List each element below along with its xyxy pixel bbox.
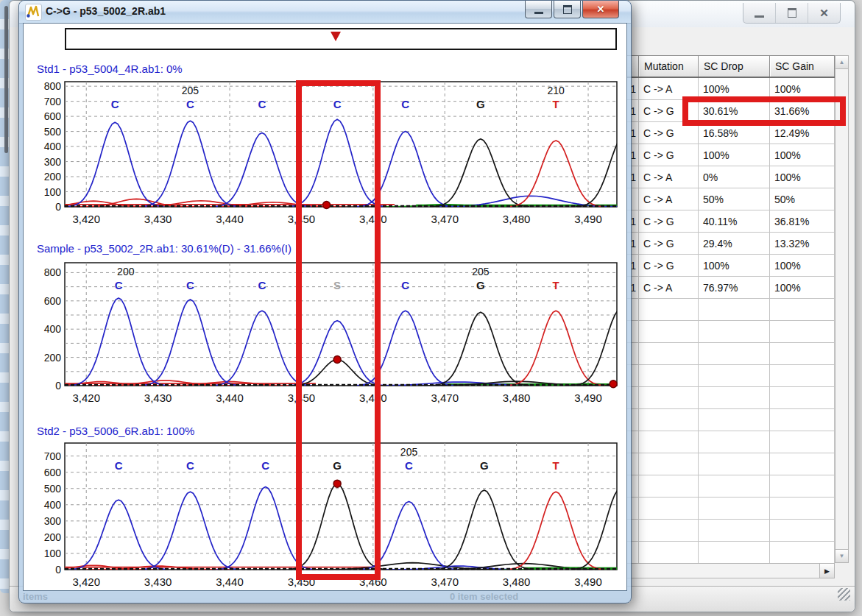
table-cell — [639, 321, 699, 343]
column-header-mutation[interactable]: Mutation — [639, 56, 699, 77]
table-row[interactable]: 1C -> G40.11%36.81% — [621, 210, 835, 233]
table-cell: 30.61% — [699, 100, 770, 122]
base-call-letter: C — [111, 98, 119, 110]
table-vertical-scrollbar[interactable]: ▲ ▼ — [835, 55, 849, 563]
report-close-button[interactable]: ✕ — [808, 3, 840, 23]
table-cell: C -> G — [639, 100, 699, 122]
chromatogram-plot[interactable]: CCCSCGT20020580060040020003,4203,4303,44… — [28, 257, 626, 408]
table-row[interactable] — [621, 321, 835, 343]
table-cell — [770, 343, 835, 365]
x-axis-tick-label: 3,440 — [216, 576, 244, 588]
table-row[interactable] — [621, 299, 835, 321]
background-window-edge-shadow — [4, 6, 8, 153]
table-cell — [639, 475, 699, 498]
table-row[interactable]: 1C -> G29.4%13.32% — [621, 233, 835, 255]
report-maximize-button[interactable] — [776, 3, 808, 23]
base-call-letter: T — [553, 459, 559, 472]
y-axis-tick-label: 800 — [44, 266, 62, 278]
base-call-letter: S — [333, 279, 341, 291]
table-cell — [639, 542, 699, 564]
table-row[interactable]: 1C -> A76.97%100% — [621, 277, 835, 299]
x-axis-tick-label: 3,430 — [144, 213, 172, 225]
window-title: C->G - p53_5002_2R.ab1 — [46, 5, 166, 17]
table-horizontal-scrollbar[interactable]: ▶ — [621, 563, 835, 578]
table-row[interactable]: 1C -> G100%100% — [621, 255, 835, 277]
table-row[interactable] — [621, 520, 835, 542]
table-row[interactable]: C -> A50%50% — [621, 188, 835, 210]
chromatogram-panel-std1[interactable]: CCCCCGT20521080070060050040030020010003,… — [28, 76, 626, 232]
table-row[interactable] — [621, 453, 835, 475]
table-cell: 0% — [699, 166, 770, 188]
window-close-button[interactable]: ✕ — [582, 1, 619, 18]
chromatogram-plot[interactable]: CCCCCGT20521080070060050040030020010003,… — [28, 76, 626, 229]
chromatogram-panel-sample[interactable]: CCCSCGT20020580060040020003,4203,4303,44… — [28, 257, 626, 411]
table-row[interactable] — [621, 542, 835, 564]
position-label: 205 — [182, 85, 199, 96]
table-row[interactable]: 1C -> A0%100% — [621, 166, 835, 188]
y-axis-tick-label: 500 — [44, 483, 62, 495]
table-cell: 100% — [770, 144, 835, 166]
window-maximize-button[interactable] — [554, 1, 581, 18]
table-cell: 100% — [770, 166, 835, 188]
minimize-icon — [534, 12, 543, 14]
x-axis-tick-label: 3,440 — [216, 213, 244, 225]
scroll-up-button[interactable]: ▲ — [835, 56, 848, 69]
table-cell: 100% — [770, 255, 835, 277]
base-call-letter: C — [115, 459, 123, 472]
table-row[interactable]: 1C -> G100%100% — [621, 144, 835, 166]
table-cell — [639, 453, 699, 475]
table-cell — [639, 343, 699, 365]
table-cell — [699, 409, 770, 431]
table-cell — [699, 520, 770, 542]
base-call-letter: C — [333, 98, 342, 110]
table-cell: 100% — [699, 255, 770, 277]
table-row[interactable] — [621, 498, 835, 520]
column-header-sc-gain[interactable]: SC Gain — [770, 56, 835, 77]
table-row[interactable] — [621, 343, 835, 365]
base-call-letter: C — [405, 459, 413, 472]
table-cell — [770, 542, 835, 564]
base-call-letter: C — [258, 98, 266, 110]
y-axis-tick-label: 400 — [44, 499, 62, 511]
y-axis-tick-label: 400 — [44, 141, 62, 152]
x-axis-tick-label: 3,480 — [503, 576, 531, 588]
chromatogram-window-titlebar[interactable]: C->G - p53_5002_2R.ab1 ✕ — [19, 1, 631, 24]
scroll-down-button[interactable]: ▼ — [835, 549, 848, 562]
table-row[interactable] — [621, 409, 835, 431]
report-minimize-button[interactable] — [743, 3, 776, 23]
table-cell — [770, 387, 835, 409]
scroll-right-button[interactable]: ▶ — [819, 564, 834, 578]
x-axis-tick-label: 3,450 — [288, 392, 316, 404]
y-axis-tick-label: 700 — [44, 450, 62, 462]
table-row[interactable]: 1C -> G16.58%12.49% — [621, 122, 835, 144]
table-row[interactable] — [621, 431, 835, 453]
scroll-down-icon: ▼ — [839, 553, 845, 559]
table-row[interactable] — [621, 475, 835, 498]
y-axis-tick-label: 800 — [44, 80, 62, 92]
table-cell — [639, 299, 699, 321]
trace-overview-bar[interactable] — [65, 28, 617, 50]
base-call-letter: G — [480, 459, 489, 472]
table-row[interactable]: 1C -> A100%100% — [621, 78, 835, 100]
table-cell — [699, 343, 770, 365]
base-call-letter: C — [258, 279, 266, 291]
column-header-sc-drop[interactable]: SC Drop — [699, 56, 770, 77]
table-cell — [699, 431, 770, 453]
base-call-letter: C — [401, 98, 409, 110]
window-resize-grip[interactable] — [838, 588, 850, 601]
x-axis-tick-label: 3,490 — [574, 576, 602, 588]
base-call-letter: T — [553, 98, 559, 110]
table-cell: C -> A — [639, 277, 699, 299]
window-minimize-button[interactable] — [525, 1, 552, 18]
y-axis-tick-label: 300 — [44, 156, 62, 168]
table-row[interactable] — [621, 387, 835, 409]
table-row[interactable]: 1C -> G30.61%31.66% — [621, 100, 835, 122]
table-cell — [770, 321, 835, 343]
y-axis-tick-label: 700 — [44, 96, 62, 107]
chromatogram-panel-std2[interactable]: CCCGCGT20570060050040030020010003,4203,4… — [28, 437, 626, 595]
table-cell — [699, 475, 770, 498]
chromatogram-plot[interactable]: CCCGCGT20570060050040030020010003,4203,4… — [28, 437, 626, 592]
position-marker-icon[interactable] — [331, 32, 341, 41]
table-row[interactable] — [621, 365, 835, 387]
mutation-table-body: 1C -> A100%100%1C -> G30.61%31.66%1C -> … — [621, 78, 835, 564]
